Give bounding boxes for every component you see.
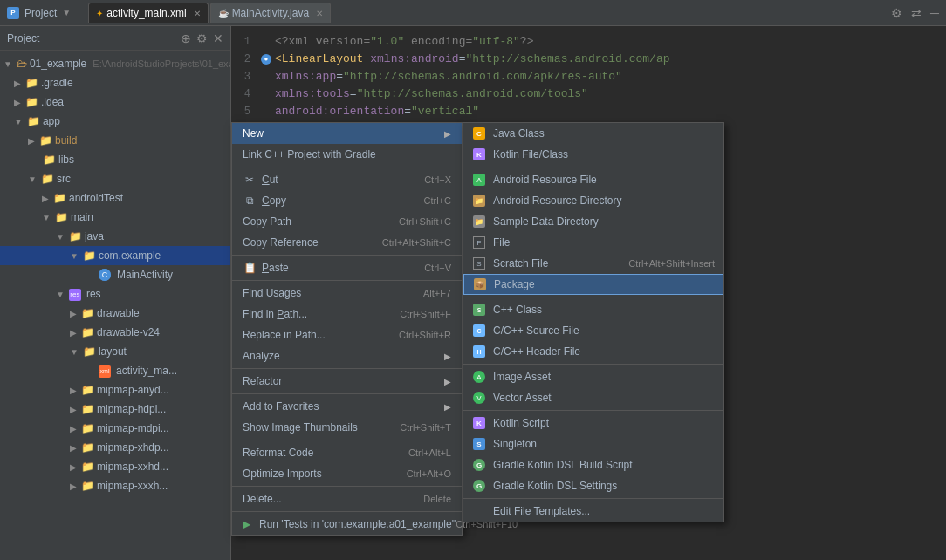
submenu-label-java-class: Java Class [493,127,545,140]
tree-item-libs[interactable]: 📁 libs [0,150,230,169]
tree-item-main[interactable]: ▼ 📁 main [0,208,230,227]
menu-item-delete[interactable]: Delete... Delete [232,488,462,509]
menu-item-analyze[interactable]: Analyze ▶ [232,345,462,366]
submenu-item-gradle-settings[interactable]: G Gradle Kotlin DSL Settings [463,475,723,496]
tree-item-gradle[interactable]: ▶ 📁 .gradle [0,73,230,92]
submenu-item-edit-templates[interactable]: Edit File Templates... [463,501,723,522]
folder-icon-java: 📁 [69,230,82,242]
menu-item-new[interactable]: New ▶ [232,123,462,144]
tree-label-mipmap-xxhd: mipmap-xxhd... [97,461,168,473]
tree-item-java[interactable]: ▼ 📁 java [0,227,230,246]
submenu-item-vector-asset[interactable]: V Vector Asset [463,387,723,408]
menu-item-optimize-imports-left: Optimize Imports [243,468,322,480]
menu-item-copy-path[interactable]: Copy Path Ctrl+Shift+C [232,211,462,232]
menu-label-link-cpp: Link C++ Project with Gradle [243,148,376,160]
submenu-item-cpp-header[interactable]: H C/C++ Header File [463,341,723,362]
edit-templates-icon [472,504,486,518]
submenu-label-gradle-build: Gradle Kotlin DSL Build Script [493,459,633,471]
tree-item-res[interactable]: ▼ res res [0,284,230,304]
tree-item-drawable-v24[interactable]: ▶ 📁 drawable-v24 [0,323,230,342]
tree-item-com-example[interactable]: ▼ 📁 com.example [0,246,230,265]
tree-item-idea[interactable]: ▶ 📁 .idea [0,92,230,112]
tree-item-mipmap-xxhd[interactable]: ▶ 📁 mipmap-xxhd... [0,457,230,476]
submenu-item-file[interactable]: F File [463,232,723,253]
menu-label-analyze: Analyze [243,350,280,362]
submenu-item-scratch-file[interactable]: S Scratch File Ctrl+Alt+Shift+Insert [463,253,723,274]
tab-close-1[interactable]: ✕ [194,9,201,18]
tree-item-mainactivity[interactable]: C MainActivity [0,265,230,284]
submenu-item-image-asset[interactable]: A Image Asset [463,366,723,387]
tree-label-mipmap-xhdp: mipmap-xhdp... [97,441,169,454]
tree-label-build: build [55,134,77,147]
menu-item-replace-in-path[interactable]: Replace in Path... Ctrl+Shift+R [232,324,462,345]
expand-arrow-drawable: ▶ [70,309,77,318]
submenu-item-package[interactable]: 📦 Package [463,274,723,295]
close-sidebar-icon[interactable]: ✕ [213,31,223,45]
submenu-label-kotlin-class: Kotlin File/Class [493,148,568,160]
tree-item-androidtest[interactable]: ▶ 📁 androidTest [0,188,230,208]
submenu-item-cpp-class[interactable]: S C++ Class [463,299,723,320]
menu-item-refactor[interactable]: Refactor ▶ [232,371,462,392]
menu-item-copy-reference[interactable]: Copy Reference Ctrl+Alt+Shift+C [232,232,462,253]
cpp-header-icon: H [472,345,486,359]
submenu-item-kotlin-class[interactable]: K Kotlin File/Class [463,144,723,165]
menu-item-link-cpp[interactable]: Link C++ Project with Gradle [232,144,462,165]
menu-label-find-in-path: Find in Path... [243,308,307,320]
tree-item-mipmap-hdpi[interactable]: ▶ 📁 mipmap-hdpi... [0,400,230,419]
tree-item-01example[interactable]: ▼ 🗁 01_example E:\AndroidStudioProjects\… [0,54,230,73]
project-tree[interactable]: ▼ 🗁 01_example E:\AndroidStudioProjects\… [0,51,230,560]
submenu-item-android-resource-dir[interactable]: 📁 Android Resource Directory [463,190,723,211]
submenu-item-java-class[interactable]: C Java Class [463,123,723,144]
menu-item-copy-reference-left: Copy Reference [243,236,319,249]
gradle-build-icon: G [472,458,486,472]
tree-item-mipmap-xxxh[interactable]: ▶ 📁 mipmap-xxxh... [0,476,230,495]
menu-item-optimize-imports[interactable]: Optimize Imports Ctrl+Alt+O [232,463,462,484]
folder-icon-com-example: 📁 [83,249,96,262]
settings-icon[interactable]: ⚙ [891,6,902,20]
tree-item-mipmap-xhdp[interactable]: ▶ 📁 mipmap-xhdp... [0,438,230,457]
tree-item-layout[interactable]: ▼ 📁 layout [0,342,230,361]
menu-item-add-favorites[interactable]: Add to Favorites ▶ [232,396,462,417]
menu-item-show-thumbnails[interactable]: Show Image Thumbnails Ctrl+Shift+T [232,417,462,438]
sub-separator-2 [463,297,723,297]
submenu-item-singleton[interactable]: S Singleton [463,434,723,454]
tree-item-mipmap-mdpi[interactable]: ▶ 📁 mipmap-mdpi... [0,419,230,438]
sync-icon[interactable]: ⇄ [911,6,922,20]
menu-item-run-tests[interactable]: ▶ Run 'Tests in 'com.example.a01_example… [232,514,462,535]
menu-label-paste: Paste [262,262,289,274]
sub-separator-5 [463,498,723,499]
tree-item-build[interactable]: ▶ 📁 build [0,131,230,150]
folder-icon-mipmap-xhdp: 📁 [81,441,94,454]
submenu-item-cpp-source[interactable]: C C/C++ Source File [463,320,723,341]
submenu-item-kotlin-script[interactable]: K Kotlin Script [463,413,723,434]
menu-item-delete-left: Delete... [243,493,282,505]
tree-item-drawable[interactable]: ▶ 📁 drawable [0,304,230,323]
settings2-icon[interactable]: ⚙ [196,31,208,45]
tab-close-2[interactable]: ✕ [316,9,323,18]
code-line-3: 3 xmlns:app="http://schemas.android.com/… [231,68,946,85]
tree-item-src[interactable]: ▼ 📁 src [0,169,230,188]
folder-icon-app: 📁 [27,115,40,127]
tab-mainactivity-java[interactable]: ☕ MainActivity.java ✕ [210,3,331,23]
dropdown-arrow[interactable]: ▼ [62,8,71,17]
tree-item-app[interactable]: ▼ 📁 app [0,112,230,131]
submenu-item-android-resource-file[interactable]: A Android Resource File [463,169,723,190]
menu-item-reformat[interactable]: Reformat Code Ctrl+Alt+L [232,442,462,463]
tree-label-java: java [85,230,104,242]
menu-item-paste[interactable]: 📋 Paste Ctrl+V [232,257,462,278]
menu-item-copy[interactable]: ⧉ Copy Ctrl+C [232,190,462,211]
submenu-item-sample-data-dir[interactable]: 📁 Sample Data Directory [463,211,723,232]
expand-arrow-mipmap-mdpi: ▶ [70,424,77,434]
menu-item-find-usages[interactable]: Find Usages Alt+F7 [232,283,462,304]
submenu-item-gradle-build[interactable]: G Gradle Kotlin DSL Build Script [463,454,723,475]
menu-item-cut[interactable]: ✂ Cut Ctrl+X [232,169,462,190]
tree-item-mipmap-anyd[interactable]: ▶ 📁 mipmap-anyd... [0,380,230,400]
external-link-icon[interactable]: ⊕ [181,31,191,45]
tab-activity-main-xml[interactable]: ✦ activity_main.xml ✕ [88,3,208,23]
expand-arrow-01example: ▼ [3,59,12,69]
tree-label-01example: 01_example [30,58,86,70]
menu-item-find-in-path[interactable]: Find in Path... Ctrl+Shift+F [232,304,462,324]
minimize-icon[interactable]: ─ [930,6,939,20]
copy-shortcut: Ctrl+C [424,195,451,206]
tree-item-activity-main[interactable]: xml activity_ma... [0,361,230,380]
